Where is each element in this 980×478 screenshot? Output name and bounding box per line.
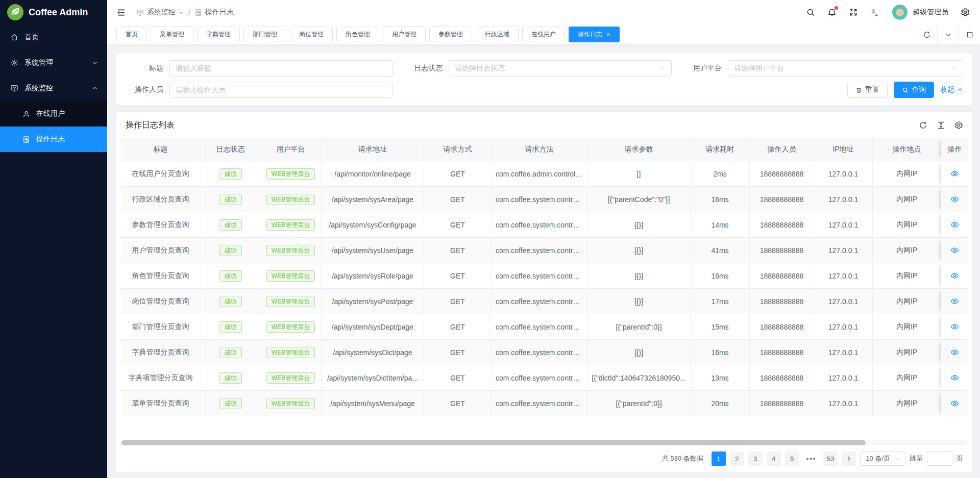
page-size-select[interactable]: 10 条/页 — [860, 451, 905, 466]
jump-page-input[interactable] — [927, 451, 952, 466]
status-badge: 成功 — [219, 321, 242, 333]
cell-time: 15ms — [691, 314, 750, 339]
tab-行政区域[interactable]: 行政区域 — [476, 27, 519, 42]
cell-text: 部门管理分页查询 — [132, 322, 189, 332]
horizontal-scrollbar[interactable] — [121, 440, 967, 445]
cell-platform: WEB管理后台 — [260, 365, 322, 390]
cell-action — [941, 289, 968, 314]
status-label: 日志状态 — [405, 64, 449, 73]
cell-url: /api/system/sysDict/page — [322, 340, 424, 365]
settings-gear-icon[interactable] — [961, 8, 970, 17]
table-row: 用户管理分页查询成功WEB管理后台/api/system/sysUser/pag… — [120, 238, 968, 263]
collapse-sidebar-icon[interactable] — [116, 8, 126, 17]
translate-icon[interactable]: 文A — [870, 8, 880, 17]
cell-text: [{}] — [634, 246, 643, 255]
view-detail-button[interactable] — [949, 398, 960, 409]
cell-text: 127.0.0.1 — [828, 399, 858, 408]
refresh-icon[interactable] — [919, 121, 927, 130]
cell-title: 字典管理分页查询 — [120, 340, 201, 365]
tab-参数管理[interactable]: 参数管理 — [429, 27, 472, 42]
cell-platform: WEB管理后台 — [260, 391, 322, 416]
collapse-filter-link[interactable]: 收起 — [940, 85, 963, 94]
platform-select[interactable]: 请选择用户平台 — [728, 60, 963, 77]
tab-部门管理[interactable]: 部门管理 — [243, 27, 286, 42]
scrollbar-thumb[interactable] — [121, 440, 866, 445]
search-button[interactable]: 查询 — [894, 82, 934, 98]
cell-text: GET — [450, 348, 465, 357]
view-detail-button[interactable] — [949, 270, 960, 281]
cell-ip: 127.0.0.1 — [814, 238, 873, 263]
reset-button[interactable]: 重置 — [847, 82, 888, 98]
view-detail-button[interactable] — [949, 321, 960, 332]
pagination-ellipsis: ••• — [803, 451, 820, 466]
view-detail-button[interactable] — [949, 347, 960, 358]
tab-字典管理[interactable]: 字典管理 — [197, 27, 240, 42]
cell-func: com.coffee.admin.controller... — [492, 161, 587, 186]
sidebar-item-home[interactable]: 首页 — [0, 24, 107, 50]
cell-time: 20ms — [691, 391, 750, 416]
view-detail-button[interactable] — [949, 245, 960, 256]
log-icon — [194, 9, 202, 16]
column-settings-gear-icon[interactable] — [954, 121, 963, 130]
tab-用户管理[interactable]: 用户管理 — [383, 27, 426, 42]
cell-text: com.coffee.system.controlle... — [496, 221, 583, 229]
tab-label: 岗位管理 — [299, 30, 324, 39]
page-button-4[interactable]: 4 — [767, 451, 781, 466]
cell-text: 内网IP — [896, 297, 917, 306]
chevron-up-icon — [92, 85, 98, 91]
row-height-icon[interactable] — [937, 121, 945, 130]
view-detail-button[interactable] — [949, 194, 960, 205]
cell-text: GET — [450, 323, 465, 331]
maximize-icon[interactable] — [959, 24, 980, 45]
eye-icon — [950, 399, 959, 408]
user-menu[interactable]: 超级管理员 — [892, 5, 948, 20]
refresh-icon[interactable] — [916, 24, 937, 45]
tab-在线用户[interactable]: 在线用户 — [522, 27, 565, 42]
cell-url: /api/system/sysDictItem/pa... — [322, 365, 424, 390]
cell-operator: 18888888888 — [750, 340, 814, 365]
tab-菜单管理[interactable]: 菜单管理 — [151, 27, 193, 42]
table-row: 在线用户分页查询成功WEB管理后台/api/monitor/online/pag… — [120, 161, 968, 187]
tab-角色管理[interactable]: 角色管理 — [336, 27, 379, 42]
cell-platform: WEB管理后台 — [260, 187, 322, 212]
view-detail-button[interactable] — [949, 168, 960, 179]
page-button-2[interactable]: 2 — [730, 451, 744, 466]
title-input[interactable] — [176, 64, 386, 72]
breadcrumb-item-operation-log: 操作日志 — [194, 8, 234, 17]
cell-text: 行政区域分页查询 — [132, 195, 189, 204]
tab-操作日志[interactable]: 操作日志× — [569, 27, 620, 42]
cell-text: 13ms — [711, 374, 728, 382]
breadcrumb-item-monitor[interactable]: 系统监控 — [136, 8, 184, 17]
page-content: 标题 日志状态 请选择日志状态 用户平台 — [107, 45, 980, 478]
sidebar-item-operation-log[interactable]: 操作日志 — [0, 127, 107, 152]
cell-params: [{}] — [587, 263, 691, 288]
cell-time: 16ms — [691, 187, 750, 212]
cell-text: 16ms — [711, 272, 728, 280]
fullscreen-icon[interactable] — [849, 8, 858, 17]
chevron-down-icon[interactable] — [937, 24, 959, 45]
close-icon[interactable]: × — [606, 31, 610, 38]
operator-input[interactable] — [176, 86, 386, 94]
logo[interactable]: Coffee Admin — [0, 0, 107, 24]
sidebar-item-system-management[interactable]: 系统管理 — [0, 50, 107, 76]
sidebar-item-online-users[interactable]: 在线用户 — [0, 101, 107, 127]
trash-icon — [855, 87, 862, 93]
tab-岗位管理[interactable]: 岗位管理 — [290, 27, 333, 42]
tab-首页[interactable]: 首页 — [116, 27, 147, 42]
cell-ip: 127.0.0.1 — [814, 340, 873, 365]
view-detail-button[interactable] — [949, 219, 960, 230]
page-button-53[interactable]: 53 — [823, 451, 838, 466]
page-button-5[interactable]: 5 — [785, 451, 799, 466]
status-select[interactable]: 请选择日志状态 — [449, 60, 672, 77]
notification-bell-icon[interactable] — [827, 8, 837, 17]
page-button-3[interactable]: 3 — [748, 451, 763, 466]
sidebar-menu: 首页 系统管理 系统监控 在线用户 操作日志 — [0, 24, 107, 478]
view-detail-button[interactable] — [949, 372, 960, 383]
cell-params: [{}] — [587, 289, 691, 314]
sidebar-item-system-monitor[interactable]: 系统监控 — [0, 76, 107, 101]
next-page-button[interactable] — [842, 451, 856, 466]
cell-status: 成功 — [201, 340, 260, 365]
page-button-1[interactable]: 1 — [712, 451, 726, 466]
search-icon[interactable] — [806, 8, 815, 17]
view-detail-button[interactable] — [949, 296, 960, 307]
